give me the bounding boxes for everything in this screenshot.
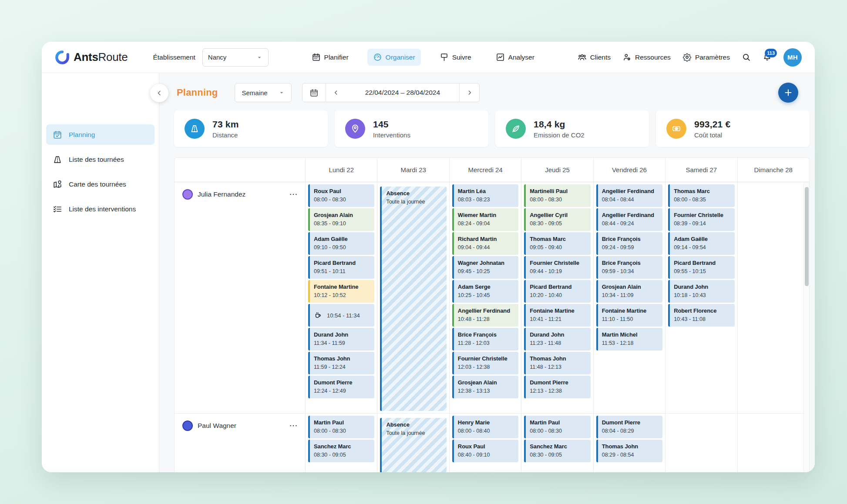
- menu-clients[interactable]: Clients: [578, 53, 611, 62]
- day-cell[interactable]: Angellier Ferdinand 08:04 - 08:44 Angell…: [593, 182, 665, 413]
- stat-card: 145 Interventions: [335, 110, 488, 147]
- event[interactable]: Richard Martin 09:04 - 09:44: [452, 232, 518, 255]
- event[interactable]: Grosjean Alain 08:35 - 09:10: [308, 208, 374, 231]
- search-icon[interactable]: [742, 53, 751, 62]
- calendar-body: Julia Fernandez Roux Paul 08:00 - 08:30 …: [175, 182, 809, 472]
- event[interactable]: Martin Paul 08:00 - 08:30: [308, 416, 374, 438]
- event[interactable]: Thomas Marc 08:00 - 08:35: [668, 184, 734, 207]
- event[interactable]: Robert Florence 10:43 - 11:08: [668, 304, 734, 327]
- event[interactable]: Dumont Pierre 12:24 - 12:49: [308, 376, 374, 398]
- event[interactable]: Durand John 11:23 - 11:48: [524, 328, 590, 350]
- day-cell[interactable]: Martin Paul 08:00 - 08:30 Sanchez Marc 0…: [521, 414, 593, 472]
- absence-title: Absence: [386, 190, 442, 197]
- event[interactable]: Durand John 10:18 - 10:43: [668, 280, 734, 303]
- sidebar-item-carte-tournees[interactable]: Carte des tournées: [46, 174, 155, 194]
- resource-menu-button[interactable]: [289, 421, 298, 431]
- event[interactable]: Sanchez Marc 08:30 - 09:05: [524, 440, 590, 462]
- calendar-picker-button[interactable]: [302, 83, 326, 102]
- event[interactable]: Thomas John 08:29 - 08:54: [596, 440, 662, 462]
- event[interactable]: Thomas John 11:59 - 12:24: [308, 352, 374, 374]
- event[interactable]: Brice François 09:24 - 09:59: [596, 232, 662, 255]
- event[interactable]: Picard Bertrand 10:20 - 10:40: [524, 280, 590, 303]
- event[interactable]: Picard Bertrand 09:51 - 10:11: [308, 256, 374, 279]
- day-cell[interactable]: Martin Paul 08:00 - 08:30 Sanchez Marc 0…: [305, 414, 377, 472]
- tab-organiser[interactable]: Organiser: [367, 49, 421, 66]
- event[interactable]: Sanchez Marc 08:30 - 09:05: [308, 440, 374, 462]
- sidebar-item-planning[interactable]: Planning: [46, 124, 155, 145]
- event-time: 11:48 - 12:13: [530, 364, 586, 370]
- event[interactable]: Fontaine Martine 10:41 - 11:21: [524, 304, 590, 327]
- break-event[interactable]: 10:54 - 11:34: [308, 304, 374, 327]
- day-cell[interactable]: [737, 182, 809, 413]
- previous-week-button[interactable]: [326, 83, 346, 102]
- caret-down-icon: [278, 89, 285, 96]
- day-cell[interactable]: Martin Léa 08:03 - 08:23 Wiemer Martin 0…: [449, 182, 521, 413]
- brand-logo[interactable]: AntsRoute: [55, 50, 128, 65]
- main-tabs: PlanifierOrganiserSuivreAnalyser: [306, 49, 540, 66]
- event[interactable]: Fontaine Martine 10:12 - 10:52: [308, 280, 374, 303]
- event[interactable]: Thomas John 11:48 - 12:13: [524, 352, 590, 374]
- day-cell[interactable]: Thomas Marc 08:00 - 08:35 Fournier Chris…: [665, 182, 737, 413]
- resource-menu-button[interactable]: [289, 190, 298, 199]
- event-time: 12:24 - 12:49: [314, 388, 370, 394]
- day-cell[interactable]: Absence Toute la journée: [377, 182, 449, 413]
- event[interactable]: Henry Marie 08:00 - 08:40: [452, 416, 518, 438]
- scrollbar-thumb[interactable]: [805, 187, 809, 286]
- establishment-select[interactable]: Nancy: [202, 48, 269, 67]
- event[interactable]: Martin Léa 08:03 - 08:23: [452, 184, 518, 207]
- day-cell[interactable]: Roux Paul 08:00 - 08:30 Grosjean Alain 0…: [305, 182, 377, 413]
- absence-block[interactable]: Absence Toute la journée: [380, 187, 446, 411]
- avatar[interactable]: MH: [783, 48, 802, 67]
- event[interactable]: Angellier Ferdinand 08:04 - 08:44: [596, 184, 662, 207]
- next-week-button[interactable]: [459, 83, 479, 102]
- event[interactable]: Angellier Ferdinand 10:48 - 11:28: [452, 304, 518, 327]
- stat-value: 73 km: [212, 119, 239, 130]
- day-cell[interactable]: Henry Marie 08:00 - 08:40 Roux Paul 08:4…: [449, 414, 521, 472]
- event[interactable]: Angellier Cyril 08:30 - 09:05: [524, 208, 590, 231]
- event[interactable]: Grosjean Alain 10:34 - 11:09: [596, 280, 662, 303]
- event[interactable]: Durand John 11:34 - 11:59: [308, 328, 374, 350]
- event[interactable]: Fournier Christelle 12:03 - 12:38: [452, 352, 518, 374]
- event[interactable]: Martin Michel 11:53 - 12:18: [596, 328, 662, 350]
- event[interactable]: Grosjean Alain 12:38 - 13:13: [452, 376, 518, 398]
- tab-analyser[interactable]: Analyser: [490, 49, 540, 66]
- notifications-button[interactable]: 113: [763, 53, 772, 62]
- event[interactable]: Dumont Pierre 12:13 - 12:38: [524, 376, 590, 398]
- event[interactable]: Adam Gaëlle 09:14 - 09:54: [668, 232, 734, 255]
- event[interactable]: Martinelli Paul 08:00 - 08:30: [524, 184, 590, 207]
- event[interactable]: Dumont Pierre 08:04 - 08:29: [596, 416, 662, 438]
- event[interactable]: Brice François 09:59 - 10:34: [596, 256, 662, 279]
- event[interactable]: Fournier Christelle 08:39 - 09:14: [668, 208, 734, 231]
- event[interactable]: Fontaine Martine 11:10 - 11:50: [596, 304, 662, 327]
- sidebar-item-liste-interventions[interactable]: Liste des interventions: [46, 199, 155, 219]
- day-cell[interactable]: Dumont Pierre 08:04 - 08:29 Thomas John …: [593, 414, 665, 472]
- day-cell[interactable]: [737, 414, 809, 472]
- absence-block[interactable]: Absence Toute la journée: [380, 418, 446, 472]
- day-cell[interactable]: Absence Toute la journée: [377, 414, 449, 472]
- event-title: Durand John: [674, 284, 730, 290]
- event[interactable]: Roux Paul 08:40 - 09:10: [452, 440, 518, 462]
- add-button[interactable]: [778, 83, 798, 103]
- calendar-scrollbar[interactable]: [803, 183, 809, 472]
- event[interactable]: Adam Serge 10:25 - 10:45: [452, 280, 518, 303]
- period-select[interactable]: Semaine: [235, 83, 292, 102]
- event[interactable]: Angellier Ferdinand 08:44 - 09:24: [596, 208, 662, 231]
- menu-ressources[interactable]: Ressources: [622, 53, 671, 62]
- menu-parametres[interactable]: Paramètres: [682, 53, 730, 62]
- day-cell[interactable]: [665, 414, 737, 472]
- event[interactable]: Wagner Johnatan 09:45 - 10:25: [452, 256, 518, 279]
- tab-planifier[interactable]: Planifier: [306, 49, 354, 66]
- tab-suivre[interactable]: Suivre: [434, 49, 477, 66]
- event[interactable]: Adam Gaëlle 09:10 - 09:50: [308, 232, 374, 255]
- event[interactable]: Picard Bertrand 09:55 - 10:15: [668, 256, 734, 279]
- event[interactable]: Thomas Marc 09:05 - 09:40: [524, 232, 590, 255]
- event[interactable]: Brice François 11:28 - 12:03: [452, 328, 518, 350]
- event[interactable]: Martin Paul 08:00 - 08:30: [524, 416, 590, 438]
- event[interactable]: Fournier Christelle 09:44 - 10:19: [524, 256, 590, 279]
- event-time: 08:29 - 08:54: [602, 452, 659, 458]
- collapse-sidebar-button[interactable]: [150, 84, 168, 102]
- day-cell[interactable]: Martinelli Paul 08:00 - 08:30 Angellier …: [521, 182, 593, 413]
- event[interactable]: Wiemer Martin 08:24 - 09:04: [452, 208, 518, 231]
- event[interactable]: Roux Paul 08:00 - 08:30: [308, 184, 374, 207]
- sidebar-item-liste-tournees[interactable]: Liste des tournées: [46, 149, 155, 170]
